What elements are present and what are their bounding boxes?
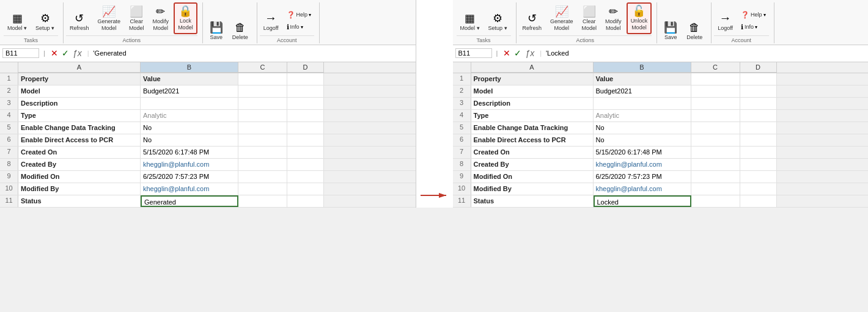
cell-5-D[interactable]: [287, 122, 324, 134]
cell-10-D[interactable]: [287, 183, 324, 195]
cell-2-D[interactable]: [287, 85, 324, 97]
col-header-C[interactable]: C: [238, 62, 287, 73]
cell-11-C[interactable]: [691, 195, 740, 207]
cell-6-C[interactable]: [238, 134, 287, 146]
cell-2-C[interactable]: [238, 85, 287, 97]
col-header-D[interactable]: D: [287, 62, 324, 73]
cell-3-D[interactable]: [287, 98, 324, 109]
cell-4-D[interactable]: [287, 110, 324, 122]
cell-6-A[interactable]: Enable Direct Access to PCR: [18, 134, 141, 146]
cell-7-A[interactable]: Created On: [18, 147, 141, 158]
cell-9-A[interactable]: Modified On: [471, 171, 594, 183]
cell-9-C[interactable]: [238, 171, 287, 183]
refresh-button[interactable]: ↺Refresh: [519, 10, 546, 34]
cell-7-B[interactable]: 5/15/2020 6:17:48 PM: [141, 147, 238, 158]
cell-10-B[interactable]: khegglin@planful.com: [141, 183, 238, 195]
cell-11-B[interactable]: Locked: [594, 195, 691, 207]
cell-reference-input[interactable]: [2, 48, 39, 58]
cell-8-D[interactable]: [740, 159, 777, 170]
cell-1-B[interactable]: Value: [141, 73, 238, 85]
cell-7-C[interactable]: [691, 147, 740, 158]
cell-6-D[interactable]: [287, 134, 324, 146]
cell-9-D[interactable]: [740, 171, 777, 183]
cell-1-C[interactable]: [238, 73, 287, 85]
clear-model-button[interactable]: ⬜Clear Model: [125, 4, 148, 34]
cell-5-C[interactable]: [691, 122, 740, 134]
cell-7-B[interactable]: 5/15/2020 6:17:48 PM: [594, 147, 691, 158]
cell-11-D[interactable]: [287, 195, 324, 207]
cell-8-A[interactable]: Created By: [18, 159, 141, 170]
cell-5-B[interactable]: No: [594, 122, 691, 134]
col-header-B[interactable]: B: [141, 62, 238, 73]
delete-button[interactable]: 🗑Delete: [229, 20, 252, 43]
cell-6-B[interactable]: No: [594, 134, 691, 146]
col-header-B[interactable]: B: [594, 62, 691, 73]
clear-model-button[interactable]: ⬜Clear Model: [578, 4, 601, 34]
cell-3-C[interactable]: [691, 98, 740, 109]
cell-9-D[interactable]: [287, 171, 324, 183]
col-header-A[interactable]: A: [471, 62, 594, 73]
cell-7-D[interactable]: [287, 147, 324, 158]
info-button[interactable]: ℹInfo▾: [738, 21, 769, 33]
help-button[interactable]: ❓Help▾: [284, 9, 315, 21]
cell-9-C[interactable]: [691, 171, 740, 183]
cell-reference-input[interactable]: [455, 48, 492, 58]
cell-1-D[interactable]: [287, 73, 324, 85]
cell-3-C[interactable]: [238, 98, 287, 109]
cell-5-C[interactable]: [238, 122, 287, 134]
cell-8-A[interactable]: Created By: [471, 159, 594, 170]
model-button[interactable]: ▦Model ▾: [4, 10, 31, 34]
cell-4-C[interactable]: [238, 110, 287, 122]
setup-button[interactable]: ⚙Setup ▾: [485, 10, 511, 34]
cell-7-C[interactable]: [238, 147, 287, 158]
logoff-button[interactable]: →Logoff: [260, 9, 282, 34]
cell-4-A[interactable]: Type: [471, 110, 594, 122]
cell-11-B[interactable]: Generated: [141, 195, 238, 207]
cell-3-B[interactable]: [141, 98, 238, 109]
cell-8-C[interactable]: [691, 159, 740, 170]
cell-1-A[interactable]: Property: [18, 73, 141, 85]
cell-6-C[interactable]: [691, 134, 740, 146]
cell-2-B[interactable]: Budget2021: [141, 85, 238, 97]
formula-input[interactable]: [94, 49, 413, 57]
cell-8-B[interactable]: khegglin@planful.com: [141, 159, 238, 170]
cell-8-B[interactable]: khegglin@planful.com: [594, 159, 691, 170]
cell-11-A[interactable]: Status: [471, 195, 594, 207]
cell-10-D[interactable]: [740, 183, 777, 195]
cell-9-B[interactable]: 6/25/2020 7:57:23 PM: [594, 171, 691, 183]
generate-model-button[interactable]: 📈Generate Model: [546, 4, 577, 34]
col-header-C[interactable]: C: [691, 62, 740, 73]
cell-3-B[interactable]: [594, 98, 691, 109]
cell-2-B[interactable]: Budget2021: [594, 85, 691, 97]
cell-7-A[interactable]: Created On: [471, 147, 594, 158]
cancel-formula-icon[interactable]: ✕: [50, 48, 59, 58]
lock-model-button[interactable]: 🔒Lock Model: [174, 2, 197, 34]
cell-3-A[interactable]: Description: [471, 98, 594, 109]
cell-8-C[interactable]: [238, 159, 287, 170]
cancel-formula-icon[interactable]: ✕: [502, 48, 512, 58]
cell-11-C[interactable]: [238, 195, 287, 207]
cell-11-A[interactable]: Status: [18, 195, 141, 207]
cell-10-B[interactable]: khegglin@planful.com: [594, 183, 691, 195]
delete-button[interactable]: 🗑Delete: [683, 20, 706, 43]
cell-1-B[interactable]: Value: [594, 73, 691, 85]
cell-5-D[interactable]: [740, 122, 777, 134]
cell-2-C[interactable]: [691, 85, 740, 97]
cell-2-A[interactable]: Model: [18, 85, 141, 97]
model-button[interactable]: ▦Model ▾: [457, 10, 484, 34]
cell-10-C[interactable]: [691, 183, 740, 195]
cell-6-B[interactable]: No: [141, 134, 238, 146]
cell-3-A[interactable]: Description: [18, 98, 141, 109]
cell-8-D[interactable]: [287, 159, 324, 170]
generate-model-button[interactable]: 📈Generate Model: [94, 4, 125, 34]
cell-4-B[interactable]: Analytic: [141, 110, 238, 122]
cell-5-A[interactable]: Enable Change Data Tracking: [471, 122, 594, 134]
confirm-formula-icon[interactable]: ✓: [513, 48, 523, 58]
cell-6-A[interactable]: Enable Direct Access to PCR: [471, 134, 594, 146]
cell-10-A[interactable]: Modified By: [18, 183, 141, 195]
cell-1-C[interactable]: [691, 73, 740, 85]
cell-4-C[interactable]: [691, 110, 740, 122]
save-button[interactable]: 💾Save: [205, 20, 227, 43]
cell-1-A[interactable]: Property: [471, 73, 594, 85]
cell-6-D[interactable]: [740, 134, 777, 146]
